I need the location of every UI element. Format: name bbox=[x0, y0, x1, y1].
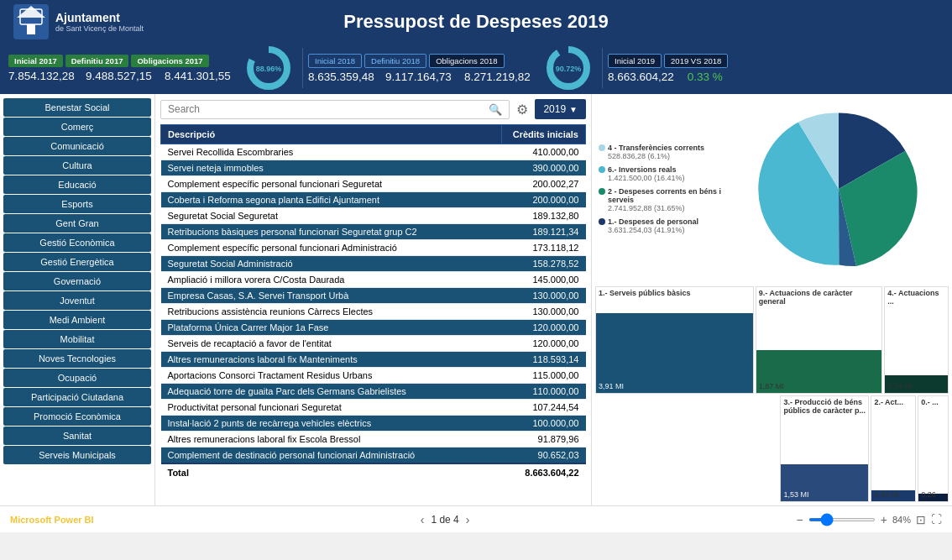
table-wrapper: Descripció Crèdits inicials Servei Recol… bbox=[160, 124, 586, 500]
bar-label-produccio: 3.- Producció de béns públics de caràcte… bbox=[781, 396, 868, 418]
logo-icon bbox=[13, 4, 49, 39]
sidebar-item-comer[interactable]: Comerç bbox=[3, 118, 151, 136]
sidebar: Benestar Social Comerç Comunicació Cultu… bbox=[0, 94, 155, 505]
obligacions-2018-value: 8.271.219,82 bbox=[464, 71, 538, 83]
sidebar-item-mobilitat[interactable]: Mobilitat bbox=[3, 330, 151, 348]
zoom-value: 84% bbox=[892, 515, 911, 525]
sidebar-item-medi-ambient[interactable]: Medi Ambient bbox=[3, 311, 151, 329]
table-row: Retribucions bàsiques personal funcionar… bbox=[161, 224, 586, 240]
sidebar-item-esports[interactable]: Esports bbox=[3, 195, 151, 213]
inicial-2017-btn[interactable]: Inicial 2017 bbox=[8, 55, 63, 67]
sidebar-item-benestar-social[interactable]: Benestar Social bbox=[3, 98, 151, 117]
page-prev-btn[interactable]: ‹ bbox=[421, 513, 425, 526]
sidebar-item-educacio[interactable]: Educació bbox=[3, 175, 151, 194]
table-row: Altres remuneracions laboral fix Escola … bbox=[161, 432, 586, 447]
vs-2018-btn[interactable]: 2019 VS 2018 bbox=[664, 54, 728, 68]
bar-item-actuacions-caracter: 9.- Actuacions de caràcter general 1,87 … bbox=[756, 286, 882, 394]
table-cell-value: 90.652,03 bbox=[502, 447, 586, 464]
zoom-minus-btn[interactable]: − bbox=[797, 513, 803, 526]
obligacions-2017-btn[interactable]: Obligacions 2017 bbox=[131, 55, 208, 67]
center-panel: 🔍 ⚙ 2019 ▼ Descripció Crèdits inicials S… bbox=[155, 94, 591, 505]
bar-value-0: 0,26 bbox=[921, 490, 936, 499]
powerbi-link[interactable]: Microsoft Power BI bbox=[10, 515, 94, 525]
bar-label-0: 0.- ... bbox=[918, 396, 948, 408]
sidebar-item-promocio[interactable]: Promoció Econòmica bbox=[3, 407, 151, 426]
table-cell-value: 115.000,00 bbox=[502, 368, 586, 384]
sidebar-item-serveis-municipals[interactable]: Serveis Municipals bbox=[3, 446, 151, 464]
sidebar-item-ocupacio[interactable]: Ocupació bbox=[3, 369, 151, 387]
pie-section: 4 - Transferències corrents 528.836,28 (… bbox=[592, 94, 952, 283]
page-title: Pressupost de Despeses 2019 bbox=[207, 11, 745, 33]
donut-2017: 88.96% bbox=[245, 44, 292, 92]
fullscreen-btn[interactable]: ⛶ bbox=[931, 513, 942, 526]
bottom-bar: Microsoft Power BI ‹ 1 de 4 › − + 84% ⊡ … bbox=[0, 505, 952, 532]
bar-row-top: 1.- Serveis públics bàsics 3,91 MI 9.- A… bbox=[595, 286, 949, 394]
bar-value-4: 0,74 MI bbox=[887, 382, 913, 390]
obligacions-2018-btn[interactable]: Obligacions 2018 bbox=[429, 54, 504, 68]
table-cell-desc: Aportacions Consorci Tractament Residus … bbox=[161, 368, 502, 384]
table-cell-desc: Serveis de recaptació a favor de l'entit… bbox=[161, 336, 502, 352]
table-row: Servei Recollida Escombraries410.000,00 bbox=[161, 144, 586, 160]
sidebar-item-gestio-energetica[interactable]: Gestió Energètica bbox=[3, 253, 151, 271]
page-indicator: 1 de 4 bbox=[431, 514, 458, 526]
table-row: Serveis de recaptació a favor de l'entit… bbox=[161, 336, 586, 352]
table-cell-value: 410.000,00 bbox=[502, 144, 586, 160]
pie-legend: 4 - Transferències corrents 528.836,28 (… bbox=[599, 144, 729, 234]
bar-label-serveis: 1.- Serveis públics bàsics bbox=[596, 287, 753, 299]
definitiu-2018-btn[interactable]: Definitiu 2018 bbox=[364, 54, 426, 68]
fit-page-btn[interactable]: ⊡ bbox=[916, 513, 926, 526]
bar-item-spacer bbox=[595, 395, 778, 503]
table-row: Plataforma Única Carrer Major 1a Fase120… bbox=[161, 320, 586, 336]
sidebar-item-sanitat[interactable]: Sanitat bbox=[3, 427, 151, 445]
logo: Ajuntament de Sant Vicenç de Montalt bbox=[13, 4, 207, 39]
table-cell-desc: Servei Recollida Escombraries bbox=[161, 144, 502, 160]
table-cell-value: 189.121,34 bbox=[502, 224, 586, 240]
table-cell-desc: Complement específic personal funcionari… bbox=[161, 240, 502, 256]
zoom-slider[interactable] bbox=[808, 518, 876, 521]
table-row: Aportacions Consorci Tractament Residus … bbox=[161, 368, 586, 384]
table-cell-value: 390.000,00 bbox=[502, 160, 586, 176]
table-cell-value: 91.879,96 bbox=[502, 432, 586, 447]
table-cell-value: 173.118,12 bbox=[502, 240, 586, 256]
search-input[interactable] bbox=[168, 103, 489, 115]
stats-group-2017: Inicial 2017 Definitiu 2017 Obligacions … bbox=[8, 55, 238, 82]
table-cell-desc: Ampliació i millora vorera C/Costa Daura… bbox=[161, 272, 502, 288]
bar-item-2: 2.- Act... 0,34 MI bbox=[871, 395, 916, 503]
legend-item-6: 6.- Inversions reals 1.421.500,00 (16.41… bbox=[599, 165, 729, 182]
sidebar-item-joventut[interactable]: Joventut bbox=[3, 291, 151, 310]
zoom-plus-btn[interactable]: + bbox=[881, 513, 887, 526]
legend-item-1: 1.- Despeses de personal 3.631.254,03 (4… bbox=[599, 217, 729, 234]
sidebar-item-governacio[interactable]: Governació bbox=[3, 272, 151, 290]
page-next-btn[interactable]: › bbox=[466, 513, 470, 526]
table-cell-desc: Seguretat Social Seguretat bbox=[161, 208, 502, 224]
definitiu-2017-btn[interactable]: Definitiu 2017 bbox=[65, 55, 129, 67]
definitiu-2017-value: 9.488.527,15 bbox=[86, 70, 161, 82]
pie-chart bbox=[732, 101, 945, 277]
stats-group-2018: Inicial 2018 Definitiu 2018 Obligacions … bbox=[308, 54, 538, 83]
sidebar-item-cultura[interactable]: Cultura bbox=[3, 156, 151, 175]
svg-text:90.72%: 90.72% bbox=[556, 65, 582, 73]
table-row: Ampliació i millora vorera C/Costa Daura… bbox=[161, 272, 586, 288]
bar-value-2: 0,34 MI bbox=[874, 490, 899, 499]
sidebar-item-participacio[interactable]: Participació Ciutadana bbox=[3, 388, 151, 406]
definitiu-2018-value: 9.117.164,73 bbox=[385, 71, 461, 83]
inicial-2018-btn[interactable]: Inicial 2018 bbox=[308, 54, 362, 68]
header: Ajuntament de Sant Vicenç de Montalt Pre… bbox=[0, 0, 952, 44]
table-cell-desc: Retribucions bàsiques personal funcionar… bbox=[161, 224, 502, 240]
data-table: Descripció Crèdits inicials Servei Recol… bbox=[160, 124, 586, 481]
inicial-2019-value: 8.663.604,22 bbox=[608, 71, 674, 83]
table-cell-value: 189.132,80 bbox=[502, 208, 586, 224]
table-cell-desc: Complement de destinació personal funcio… bbox=[161, 447, 502, 464]
inicial-2019-btn[interactable]: Inicial 2019 bbox=[608, 54, 662, 68]
sidebar-item-gent-gran[interactable]: Gent Gran bbox=[3, 214, 151, 233]
bar-section: 1.- Serveis públics bàsics 3,91 MI 9.- A… bbox=[592, 283, 952, 505]
table-row: Seguretat Social Administració158.278,52 bbox=[161, 256, 586, 272]
table-cell-value: 107.244,54 bbox=[502, 400, 586, 416]
search-icon: 🔍 bbox=[489, 103, 502, 116]
bar-label-2: 2.- Act... bbox=[871, 396, 915, 408]
sidebar-item-noves-tecnologies[interactable]: Noves Tecnologies bbox=[3, 349, 151, 368]
year-selector[interactable]: 2019 ▼ bbox=[535, 99, 586, 119]
filter-icon-btn[interactable]: ⚙ bbox=[515, 100, 530, 119]
sidebar-item-gestio-economica[interactable]: Gestió Econòmica bbox=[3, 233, 151, 252]
sidebar-item-comunicacio[interactable]: Comunicació bbox=[3, 137, 151, 155]
